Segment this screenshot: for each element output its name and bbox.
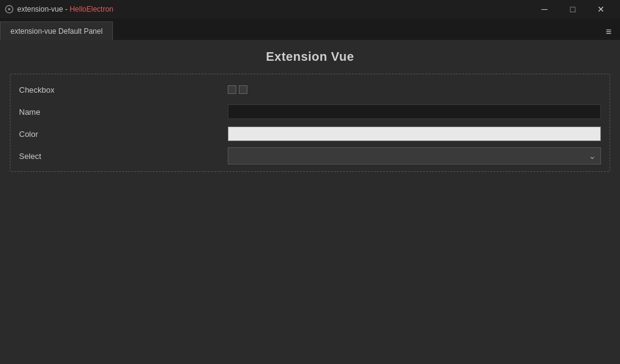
checkbox-2[interactable] [239, 85, 247, 94]
select-container: ⌄ [228, 147, 601, 165]
close-button[interactable]: ✕ [587, 0, 615, 18]
checkbox-1[interactable] [228, 85, 236, 94]
form-container: Checkbox Name Color Select [10, 74, 610, 172]
title-bar-controls: ─ □ ✕ [530, 0, 615, 18]
color-input-container [228, 126, 601, 141]
main-content: Extension Vue Checkbox Name Color [0, 40, 620, 364]
tab-menu-button[interactable]: ≡ [602, 24, 615, 40]
tab-bar: extension-vue Default Panel ≡ [0, 18, 620, 40]
color-row: Color [19, 125, 601, 143]
checkbox-group [228, 85, 601, 94]
title-bar: extension-vue - HelloElectron ─ □ ✕ [0, 0, 620, 18]
color-input[interactable] [228, 126, 601, 141]
app-icon [5, 5, 14, 14]
name-input[interactable] [228, 104, 601, 119]
select-input[interactable] [228, 147, 601, 165]
select-label: Select [19, 152, 228, 161]
maximize-button[interactable]: □ [559, 0, 587, 18]
title-bar-text: extension-vue - HelloElectron [17, 5, 114, 14]
checkbox-group-container [228, 85, 601, 94]
page-title: Extension Vue [10, 50, 610, 64]
app-name: extension-vue - [17, 5, 69, 14]
app-name-highlight: HelloElectron [69, 5, 113, 14]
select-row: Select ⌄ [19, 147, 601, 165]
color-label: Color [19, 130, 228, 139]
name-row: Name [19, 103, 601, 121]
checkbox-row: Checkbox [19, 80, 601, 99]
name-input-container [228, 104, 601, 119]
main-tab[interactable]: extension-vue Default Panel [0, 21, 113, 40]
select-wrapper: ⌄ [228, 147, 601, 165]
minimize-button[interactable]: ─ [530, 0, 559, 18]
title-bar-left: extension-vue - HelloElectron [5, 5, 114, 14]
svg-point-1 [8, 8, 10, 10]
name-label: Name [19, 107, 228, 117]
tab-label: extension-vue Default Panel [10, 27, 103, 36]
checkbox-label: Checkbox [19, 85, 228, 95]
